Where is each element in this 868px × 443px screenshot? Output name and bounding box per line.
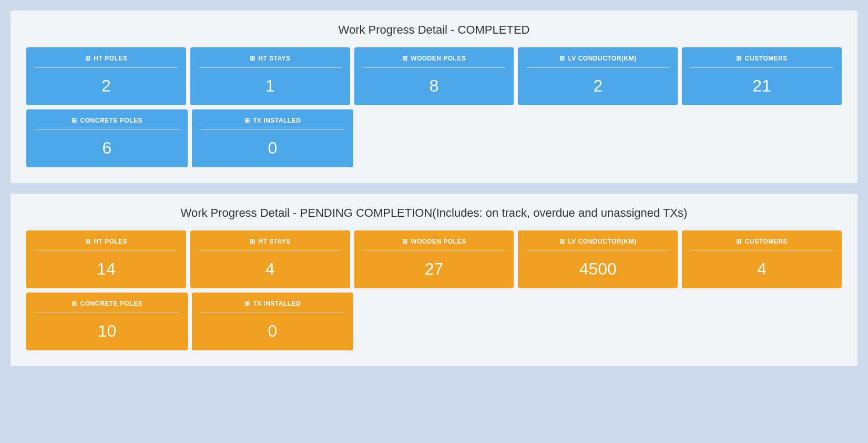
metric-label-text-lv-conductor: LV CONDUCTOR(KM) [568,238,636,245]
metric-card-lv-conductor: ⊞LV CONDUCTOR(KM)4500 [518,230,678,288]
metric-value-lv-conductor: 2 [593,76,603,96]
metric-icon-tx-installed: ⊞ [244,300,250,307]
metric-value-ht-stays: 1 [265,76,275,96]
metric-label-text-wooden-poles: WOODEN POLES [411,55,466,62]
metric-card-lv-conductor: ⊞LV CONDUCTOR(KM)2 [518,47,678,105]
metric-value-wooden-poles: 27 [425,259,444,279]
metric-card-ht-stays: ⊞HT STAYS4 [190,230,350,288]
completed-row1: ⊞HT POLES2⊞HT STAYS1⊞WOODEN POLES8⊞LV CO… [26,47,842,105]
metric-label-wooden-poles: ⊞WOODEN POLES [363,238,506,251]
metric-card-wooden-poles: ⊞WOODEN POLES8 [354,47,514,105]
metric-icon-customers: ⊞ [736,55,742,62]
metric-label-text-ht-stays: HT STAYS [258,55,290,62]
metric-card-ht-poles: ⊞HT POLES2 [26,47,186,105]
metric-icon-tx-installed: ⊞ [244,117,250,124]
metric-label-tx-installed: ⊞TX INSTALLED [200,117,345,130]
metric-icon-lv-conductor: ⊞ [559,238,565,245]
metric-value-ht-poles: 14 [97,259,116,279]
metric-card-customers: ⊞CUSTOMERS21 [682,47,842,105]
metric-label-customers: ⊞CUSTOMERS [690,238,833,251]
metric-label-text-wooden-poles: WOODEN POLES [411,238,466,245]
metric-label-ht-poles: ⊞HT POLES [35,55,178,68]
metric-label-text-tx-installed: TX INSTALLED [253,300,301,307]
metric-card-ht-poles: ⊞HT POLES14 [26,230,186,288]
metric-icon-ht-stays: ⊞ [250,55,256,62]
metric-icon-wooden-poles: ⊞ [402,238,408,245]
metric-label-text-customers: CUSTOMERS [745,238,788,245]
metric-icon-wooden-poles: ⊞ [402,55,408,62]
metric-icon-ht-poles: ⊞ [85,238,91,245]
pending-section: Work Progress Detail - PENDING COMPLETIO… [11,194,857,366]
metric-label-text-tx-installed: TX INSTALLED [253,117,301,124]
metric-label-wooden-poles: ⊞WOODEN POLES [363,55,506,68]
metric-label-text-ht-poles: HT POLES [94,55,127,62]
metric-label-text-concrete-poles: CONCRETE POLES [80,117,142,124]
metric-value-tx-installed: 0 [268,321,278,341]
metric-label-concrete-poles: ⊞CONCRETE POLES [35,300,179,313]
metric-label-text-concrete-poles: CONCRETE POLES [80,300,142,307]
metric-label-tx-installed: ⊞TX INSTALLED [200,300,345,313]
metric-value-concrete-poles: 6 [103,138,112,158]
metric-value-wooden-poles: 8 [430,76,439,96]
metric-card-wooden-poles: ⊞WOODEN POLES27 [354,230,514,288]
metric-value-ht-poles: 2 [101,76,111,96]
metric-icon-ht-stays: ⊞ [250,238,256,245]
metric-value-lv-conductor: 4500 [579,259,617,279]
pending-row2: ⊞CONCRETE POLES10⊞TX INSTALLED0 [26,293,842,350]
metric-label-lv-conductor: ⊞LV CONDUCTOR(KM) [526,55,669,68]
metric-card-ht-stays: ⊞HT STAYS1 [190,47,350,105]
metric-value-ht-stays: 4 [265,259,275,279]
metric-value-customers: 4 [757,259,767,279]
pending-row1: ⊞HT POLES14⊞HT STAYS4⊞WOODEN POLES27⊞LV … [26,230,842,288]
metric-label-concrete-poles: ⊞CONCRETE POLES [35,117,179,130]
metric-label-customers: ⊞CUSTOMERS [690,55,833,68]
metric-label-text-ht-stays: HT STAYS [258,238,290,245]
metric-card-tx-installed: ⊞TX INSTALLED0 [192,293,353,350]
metric-value-concrete-poles: 10 [98,321,117,341]
metric-label-text-ht-poles: HT POLES [94,238,127,245]
metric-value-customers: 21 [752,76,771,96]
metric-label-lv-conductor: ⊞LV CONDUCTOR(KM) [526,238,669,251]
metric-label-ht-stays: ⊞HT STAYS [199,238,342,251]
metric-icon-concrete-poles: ⊞ [72,300,77,307]
metric-label-ht-poles: ⊞HT POLES [35,238,178,251]
metric-card-concrete-poles: ⊞CONCRETE POLES6 [26,109,188,167]
metric-value-tx-installed: 0 [268,138,278,158]
metric-label-ht-stays: ⊞HT STAYS [199,55,342,68]
metric-icon-lv-conductor: ⊞ [559,55,565,62]
metric-card-concrete-poles: ⊞CONCRETE POLES10 [26,293,188,350]
pending-title: Work Progress Detail - PENDING COMPLETIO… [26,206,842,220]
metric-icon-concrete-poles: ⊞ [72,117,77,124]
metric-card-tx-installed: ⊞TX INSTALLED0 [192,109,353,167]
metric-card-customers: ⊞CUSTOMERS4 [682,230,842,288]
page-wrapper: Work Progress Detail - COMPLETED ⊞HT POL… [11,11,857,366]
metric-label-text-lv-conductor: LV CONDUCTOR(KM) [568,55,636,62]
completed-section: Work Progress Detail - COMPLETED ⊞HT POL… [11,11,857,183]
metric-label-text-customers: CUSTOMERS [745,55,788,62]
completed-row2: ⊞CONCRETE POLES6⊞TX INSTALLED0 [26,109,842,167]
completed-title: Work Progress Detail - COMPLETED [26,23,842,37]
metric-icon-ht-poles: ⊞ [85,55,91,62]
metric-icon-customers: ⊞ [736,238,742,245]
